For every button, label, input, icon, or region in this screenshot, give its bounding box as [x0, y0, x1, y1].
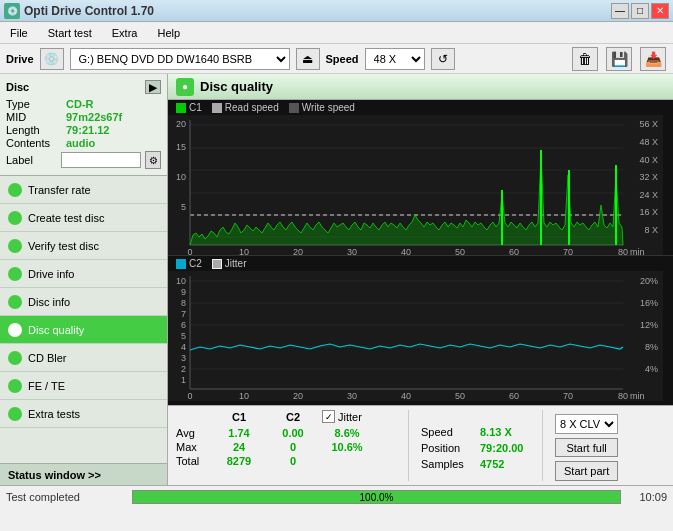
- c1-header: C1: [214, 411, 264, 423]
- svg-text:10: 10: [239, 391, 249, 401]
- svg-text:10: 10: [176, 276, 186, 286]
- label-key: Label: [6, 154, 57, 166]
- disc-info-icon: [8, 295, 22, 309]
- c2-legend-box: [176, 259, 186, 269]
- svg-text:60: 60: [509, 247, 519, 255]
- write-button[interactable]: 💾: [606, 47, 632, 71]
- svg-text:16%: 16%: [640, 298, 658, 308]
- label-input[interactable]: [61, 152, 141, 168]
- sidebar-label-cd-bler: CD Bler: [28, 352, 67, 364]
- create-test-disc-icon: [8, 211, 22, 225]
- svg-text:3: 3: [181, 353, 186, 363]
- maximize-button[interactable]: □: [631, 3, 649, 19]
- menu-file[interactable]: File: [4, 25, 34, 41]
- sidebar-item-extra-tests[interactable]: Extra tests: [0, 400, 167, 428]
- verify-test-disc-icon: [8, 239, 22, 253]
- svg-text:20: 20: [293, 247, 303, 255]
- speed-clv-select[interactable]: 8 X CLV: [555, 414, 618, 434]
- refresh-button[interactable]: ↺: [431, 48, 455, 70]
- label-settings-btn[interactable]: ⚙: [145, 151, 161, 169]
- stats-right: Speed 8.13 X Position 79:20.00 Samples 4…: [421, 426, 530, 481]
- svg-text:10: 10: [176, 172, 186, 182]
- speed-stat-label: Speed: [421, 426, 476, 438]
- drive-info-icon: [8, 267, 22, 281]
- jitter-check[interactable]: ✓ Jitter: [322, 410, 362, 423]
- mid-value: 97m22s67f: [66, 111, 122, 123]
- menu-bar: File Start test Extra Help: [0, 22, 673, 44]
- jitter-checkbox[interactable]: ✓: [322, 410, 335, 423]
- svg-text:8 X: 8 X: [644, 225, 658, 235]
- status-window-button[interactable]: Status window >>: [0, 463, 167, 485]
- menu-help[interactable]: Help: [151, 25, 186, 41]
- read-speed-legend-box: [212, 103, 222, 113]
- svg-text:20: 20: [176, 119, 186, 129]
- status-bar: Test completed 100.0% 10:09: [0, 485, 673, 507]
- disc-panel: Disc ▶ Type CD-R MID 97m22s67f Length 79…: [0, 74, 167, 176]
- disc-title-label: Disc: [6, 81, 29, 93]
- sidebar-item-disc-info[interactable]: Disc info: [0, 288, 167, 316]
- read-speed-legend-label: Read speed: [225, 102, 279, 113]
- svg-text:0: 0: [187, 391, 192, 401]
- sidebar-label-drive-info: Drive info: [28, 268, 74, 280]
- sidebar-item-cd-bler[interactable]: CD Bler: [0, 344, 167, 372]
- eject-button[interactable]: ⏏: [296, 48, 320, 70]
- disc-quality-icon: [8, 323, 22, 337]
- sidebar-item-transfer-rate[interactable]: Transfer rate: [0, 176, 167, 204]
- avg-c2: 0.00: [268, 427, 318, 439]
- start-full-button[interactable]: Start full: [555, 438, 618, 458]
- svg-text:4%: 4%: [645, 364, 658, 374]
- save-button[interactable]: 📥: [640, 47, 666, 71]
- svg-text:20: 20: [293, 391, 303, 401]
- panel-icon: ●: [176, 78, 194, 96]
- contents-label: Contents: [6, 137, 66, 149]
- svg-text:6: 6: [181, 320, 186, 330]
- panel-title: Disc quality: [200, 79, 273, 94]
- chart1-legend: C1 Read speed Write speed: [168, 100, 673, 115]
- chart2-svg: 10 9 8 7 6 5 4 3 2 1 20% 16% 12% 8% 4%: [168, 271, 663, 401]
- svg-text:16 X: 16 X: [639, 207, 658, 217]
- erase-button[interactable]: 🗑: [572, 47, 598, 71]
- sidebar-item-drive-info[interactable]: Drive info: [0, 260, 167, 288]
- svg-text:0: 0: [187, 247, 192, 255]
- fe-te-icon: [8, 379, 22, 393]
- sidebar-item-verify-test-disc[interactable]: Verify test disc: [0, 232, 167, 260]
- close-button[interactable]: ✕: [651, 3, 669, 19]
- sidebar-item-disc-quality[interactable]: Disc quality: [0, 316, 167, 344]
- chart2-legend: C2 Jitter: [168, 256, 673, 271]
- svg-text:32 X: 32 X: [639, 172, 658, 182]
- drive-icon-btn[interactable]: 💿: [40, 48, 64, 70]
- transfer-rate-icon: [8, 183, 22, 197]
- speed-select[interactable]: 48 X: [365, 48, 425, 70]
- svg-text:70: 70: [563, 247, 573, 255]
- drive-label: Drive: [6, 53, 34, 65]
- start-part-button[interactable]: Start part: [555, 461, 618, 481]
- max-jitter: 10.6%: [322, 441, 372, 453]
- contents-value: audio: [66, 137, 95, 149]
- speed-label: Speed: [326, 53, 359, 65]
- length-label: Length: [6, 124, 66, 136]
- stats-buttons: 8 X CLV Start full Start part: [555, 414, 618, 481]
- sidebar-item-fe-te[interactable]: FE / TE: [0, 372, 167, 400]
- svg-text:min: min: [630, 247, 645, 255]
- sidebar-item-create-test-disc[interactable]: Create test disc: [0, 204, 167, 232]
- svg-text:20%: 20%: [640, 276, 658, 286]
- sidebar-label-disc-quality: Disc quality: [28, 324, 84, 336]
- c1-legend-label: C1: [189, 102, 202, 113]
- drive-select[interactable]: G:) BENQ DVD DD DW1640 BSRB: [70, 48, 290, 70]
- menu-extra[interactable]: Extra: [106, 25, 144, 41]
- app-icon: 💿: [4, 3, 20, 19]
- disc-arrow-btn[interactable]: ▶: [145, 80, 161, 94]
- minimize-button[interactable]: —: [611, 3, 629, 19]
- progress-bar: 100.0%: [132, 490, 621, 504]
- menu-start-test[interactable]: Start test: [42, 25, 98, 41]
- svg-text:50: 50: [455, 247, 465, 255]
- sidebar-label-verify-test-disc: Verify test disc: [28, 240, 99, 252]
- svg-text:50: 50: [455, 391, 465, 401]
- svg-text:15: 15: [176, 142, 186, 152]
- samples-value: 4752: [480, 458, 530, 470]
- jitter-legend-label: Jitter: [225, 258, 247, 269]
- extra-tests-icon: [8, 407, 22, 421]
- max-label: Max: [176, 441, 210, 453]
- main-panel: ● Disc quality C1 Read speed: [168, 74, 673, 485]
- mid-label: MID: [6, 111, 66, 123]
